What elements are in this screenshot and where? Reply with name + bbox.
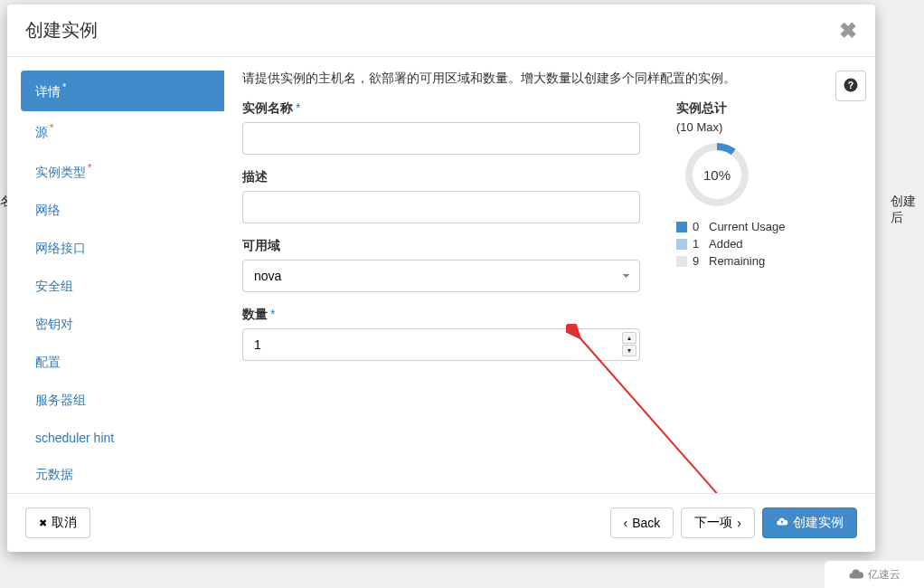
availability-zone-label: 可用域 — [242, 238, 640, 254]
close-icon: ✖ — [39, 517, 47, 529]
intro-text: 请提供实例的主机名，欲部署的可用区域和数量。增大数量以创建多个同样配置的实例。 — [242, 71, 857, 87]
back-button[interactable]: ‹ Back — [610, 507, 674, 538]
modal-body: 详情* 源* 实例类型* 网络 网络接口 安全组 密钥对 配置 — [7, 57, 875, 493]
create-instance-button[interactable]: 创建实例 — [762, 507, 857, 538]
summary-subtitle: (10 Max) — [676, 120, 857, 134]
cloud-icon — [848, 566, 864, 583]
count-label: 数量* — [242, 307, 640, 323]
sidebar-item-server-groups[interactable]: 服务器组 — [21, 382, 224, 420]
sidebar-item-configuration[interactable]: 配置 — [21, 344, 224, 382]
next-button[interactable]: 下一项 › — [681, 507, 755, 538]
sidebar-item-flavor[interactable]: 实例类型* — [21, 151, 224, 192]
sidebar-item-details[interactable]: 详情* — [21, 71, 224, 111]
sidebar-item-ports[interactable]: 网络接口 — [21, 230, 224, 268]
legend-remaining: 9 Remaining — [676, 254, 857, 268]
sidebar-item-metadata[interactable]: 元数据 — [21, 456, 224, 493]
modal-footer: ✖ 取消 ‹ Back 下一项 › 创建实例 — [7, 493, 875, 552]
modal-header: 创建实例 ✖ — [7, 5, 875, 57]
usage-legend: 0 Current Usage 1 Added 9 Remaining — [676, 220, 857, 268]
wizard-sidebar: 详情* 源* 实例类型* 网络 网络接口 安全组 密钥对 配置 — [7, 57, 224, 493]
sidebar-item-network[interactable]: 网络 — [21, 192, 224, 230]
count-step-down[interactable]: ▾ — [622, 345, 636, 356]
close-icon[interactable]: ✖ — [839, 20, 857, 42]
sidebar-item-security-groups[interactable]: 安全组 — [21, 268, 224, 306]
usage-donut-chart: 10% — [685, 143, 749, 206]
legend-added: 1 Added — [676, 237, 857, 251]
description-label: 描述 — [242, 169, 640, 185]
sidebar-item-scheduler-hint[interactable]: scheduler hint — [21, 420, 224, 456]
help-button[interactable]: ? — [835, 71, 866, 101]
cancel-button[interactable]: ✖ 取消 — [25, 507, 90, 538]
watermark: 亿速云 — [825, 561, 924, 588]
instance-name-input[interactable] — [242, 122, 640, 155]
bg-col-created: 创建后 — [891, 194, 924, 226]
modal-title: 创建实例 — [25, 18, 98, 43]
svg-text:?: ? — [848, 79, 853, 90]
sidebar-item-keypair[interactable]: 密钥对 — [21, 306, 224, 344]
availability-zone-select[interactable]: nova — [242, 260, 640, 292]
instance-name-label: 实例名称* — [242, 100, 640, 117]
legend-current-usage: 0 Current Usage — [676, 220, 857, 233]
count-step-up[interactable]: ▴ — [622, 332, 636, 344]
summary-title: 实例总计 — [676, 100, 857, 117]
description-input[interactable] — [242, 191, 640, 223]
sidebar-item-source[interactable]: 源* — [21, 111, 224, 152]
create-instance-modal: 创建实例 ✖ 详情* 源* 实例类型* 网络 网络接口 安全组 密钥对 — [7, 5, 875, 552]
chevron-left-icon: ‹ — [624, 516, 628, 530]
wizard-content: ? 请提供实例的主机名，欲部署的可用区域和数量。增大数量以创建多个同样配置的实例… — [224, 57, 875, 493]
cloud-upload-icon — [776, 516, 788, 531]
chevron-right-icon: › — [737, 516, 741, 530]
donut-percent-label: 10% — [693, 150, 741, 199]
count-input[interactable] — [242, 328, 640, 361]
help-icon: ? — [843, 77, 859, 96]
